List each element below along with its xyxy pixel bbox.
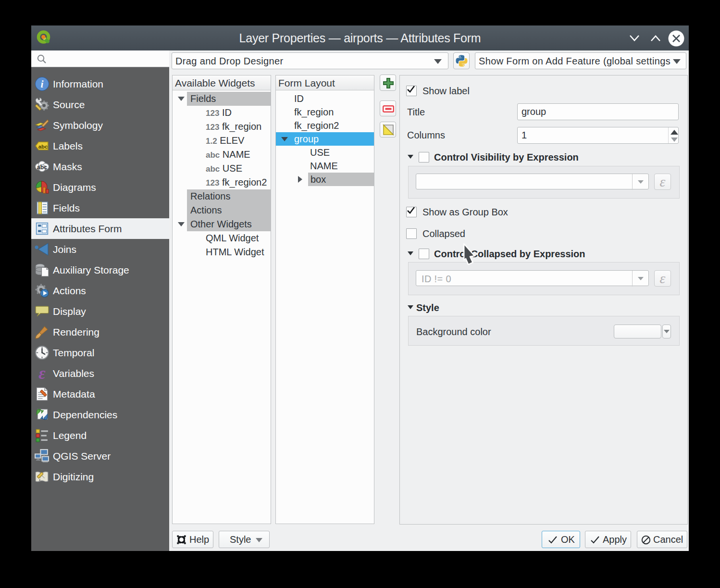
svg-text:ε: ε [38, 366, 46, 381]
svg-text:i: i [40, 78, 43, 89]
svg-text:abc: abc [37, 163, 47, 170]
svg-text:abc: abc [38, 143, 48, 149]
